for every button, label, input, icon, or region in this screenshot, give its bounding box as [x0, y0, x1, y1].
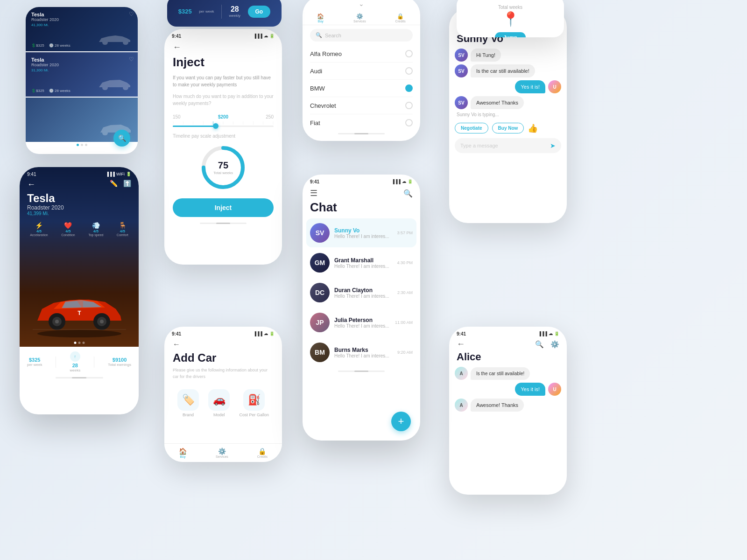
chat-item-sunny[interactable]: SV Sunny Vo Hello There! I am interes...… [306, 218, 416, 247]
phone-add-car: 9:41 ▐▐▐☁🔋 ← Add Car Please give us the … [164, 327, 282, 462]
chat-item-grant[interactable]: GM Grant Marshall Hello There! I am inte… [306, 248, 416, 277]
addcar-fuel-icon[interactable]: ⛽ Cost Per Gallon [239, 389, 269, 417]
inject-button[interactable]: Inject [173, 198, 274, 217]
msg-avatar-sunny-3: SV [455, 96, 468, 109]
alice-avatar-1: A [455, 367, 468, 380]
chat-time-burns: 9:20 AM [397, 350, 413, 355]
heart-icon-2[interactable]: ♡ [129, 56, 134, 63]
heart-icon-1[interactable]: ♡ [129, 11, 134, 17]
car2-name: Tesla [31, 57, 59, 63]
tesla-name: Tesla [27, 192, 131, 204]
up-arrow-icon: ↑ [70, 351, 80, 362]
brand-nav-credits[interactable]: 🔒 Credits [395, 13, 405, 23]
total-weeks-card: Total weeks 📍 Jump [457, 0, 564, 37]
nav-buy[interactable]: 🏠 Buy [179, 448, 187, 458]
message-input[interactable]: Type a message ➤ [455, 138, 561, 153]
alice-back-button[interactable]: ← [457, 339, 465, 349]
go-button[interactable]: Go [248, 6, 271, 18]
car2-mileage: 31,300 Mi. [31, 68, 59, 72]
negotiate-button[interactable]: Negotiate [455, 123, 488, 133]
phone-inject: 9:41 ▐▐▐☁🔋 ← Inject If you want you can … [164, 29, 282, 265]
msg-received-1: Hi Tung! [471, 49, 501, 62]
radio-bmw-selected[interactable] [405, 84, 413, 92]
radio-fiat[interactable] [405, 119, 413, 126]
chat-fab[interactable]: + [391, 412, 411, 431]
car-card-1[interactable]: Tesla Roadster 2020 41,300 Mi. 💲$325 🕒 2… [26, 7, 138, 51]
alice-search-icon[interactable]: 🔍 [535, 340, 544, 349]
addcar-title: Add Car [173, 351, 274, 364]
brand-item-fiat[interactable]: Fiat [310, 114, 413, 131]
chat-time-julia: 11:00 AM [395, 320, 413, 325]
car-silhouette-2 [97, 74, 134, 93]
slider-fill [173, 126, 215, 127]
thumbsup-button[interactable]: 👍 [528, 123, 538, 133]
chat-status-icons: ▐▐▐☁🔋 [392, 179, 413, 184]
alice-avatar-2: A [455, 399, 468, 412]
jump-button[interactable]: Jump [495, 32, 525, 37]
search-fab[interactable]: 🔍 [113, 130, 130, 147]
chat-preview-burns: Hello There! I am interes... [334, 353, 397, 358]
avatar-julia: JP [310, 313, 330, 332]
radio-chevrolet[interactable] [405, 102, 413, 109]
alice-msg-sent: Yes it is! [515, 383, 545, 396]
nav-credits[interactable]: 🔒 Credits [257, 448, 268, 458]
brand-search[interactable]: 🔍 Search [310, 29, 413, 42]
buynow-button[interactable]: Buy Now [492, 123, 524, 133]
chat-name-burns: Burns Marks [334, 347, 397, 353]
inject-description: If you want you can pay faster but you s… [173, 74, 274, 88]
chevron-down-icon[interactable]: ⌄ [303, 0, 420, 11]
addcar-model-icon[interactable]: 🚗 Model [208, 389, 230, 417]
payment-amount: $325 [178, 8, 192, 15]
slider-track[interactable] [173, 126, 274, 127]
rating-topspeed: 💨 4/5 Top speed [88, 222, 103, 237]
alice-settings-icon[interactable]: ⚙️ [550, 340, 559, 349]
slider-current: $200 [218, 114, 228, 119]
addcar-status-icons: ▐▐▐☁🔋 [254, 331, 275, 336]
rating-condition: ❤️ 4/5 Condition [61, 222, 75, 237]
car1-name: Tesla [31, 12, 59, 17]
addcar-status-time: 9:41 [172, 331, 181, 336]
send-icon[interactable]: ➤ [550, 142, 556, 149]
nav-services[interactable]: ⚙️ Services [216, 448, 228, 458]
radio-audi[interactable] [405, 67, 413, 75]
addcar-description: Please give us the following information… [173, 367, 274, 380]
car1-weeks: 🕒 28 weeks [49, 43, 70, 48]
chat-name-julia: Julia Peterson [334, 317, 395, 323]
car-card-2[interactable]: Tesla Roadster 2020 31,300 Mi. 💲$325 🕒 2… [26, 52, 138, 97]
tesla-share-icon[interactable]: ⬆️ [123, 180, 131, 189]
chat-item-julia[interactable]: JP Julia Peterson Hello There! I am inte… [306, 308, 416, 337]
car-silhouette-1 [97, 29, 134, 48]
svg-point-0 [37, 330, 121, 337]
slider-thumb[interactable] [213, 123, 218, 129]
brand-item-bmw[interactable]: BMW [310, 80, 413, 97]
svg-text:T: T [78, 310, 81, 316]
tesla-car-image: T [28, 283, 131, 339]
chat-hamburger-icon[interactable]: ☰ [310, 188, 317, 198]
alice-name: Alice [449, 349, 567, 367]
inject-question: How much do you want to pay in addition … [173, 93, 274, 107]
chat-search-icon[interactable]: 🔍 [403, 189, 413, 198]
brand-scroll-indicator [354, 133, 368, 134]
inject-back-button[interactable]: ← [173, 42, 274, 52]
alice-user-avatar: U [548, 383, 561, 396]
stat-earnings: $9100 Total earnings [108, 357, 131, 367]
brand-item-alfaromeo[interactable]: Alfa Romeo [310, 45, 413, 63]
brand-item-audi[interactable]: Audi [310, 63, 413, 80]
chat-item-burns[interactable]: BM Burns Marks Hello There! I am interes… [306, 338, 416, 367]
donut-value: 75 [213, 160, 233, 171]
tesla-back-button[interactable]: ← [27, 180, 35, 189]
slider-max: 250 [266, 114, 274, 119]
brand-nav-buy[interactable]: 🏠 Buy [317, 13, 324, 23]
main-canvas: $325 per week 28 weekly Go Total weeks 📍… [0, 0, 747, 560]
phone-chat-alice: 9:41 ▐▐▐☁🔋 ← 🔍 ⚙️ Alice A Is the car sti… [449, 327, 567, 495]
chat-item-duran[interactable]: DC Duran Clayton Hello There! I am inter… [306, 278, 416, 307]
tesla-edit-icon[interactable]: ✏️ [110, 180, 118, 189]
addcar-brand-icon[interactable]: 🏷️ Brand [177, 389, 199, 417]
chat-preview-sunny: Hello There! I am interes... [334, 234, 397, 239]
message-input-placeholder: Type a message [460, 143, 546, 148]
chat-status-time: 9:41 [310, 179, 319, 184]
brand-item-chevrolet[interactable]: Chevrolet [310, 97, 413, 114]
brand-nav-services[interactable]: ⚙️ Services [353, 13, 366, 23]
radio-alfaromeo[interactable] [405, 50, 413, 57]
addcar-back-button[interactable]: ← [173, 340, 274, 349]
